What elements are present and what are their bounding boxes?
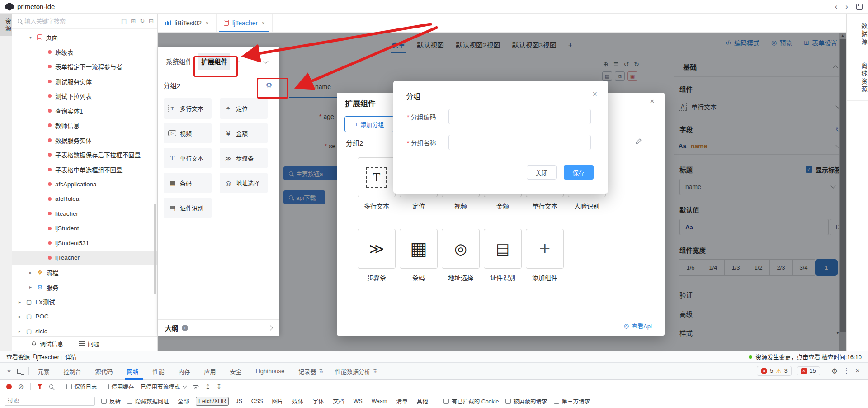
document-tab[interactable]: liBiTest02 × xyxy=(158,14,217,32)
hide-data-urls-checkbox[interactable]: 隐藏数据网址 xyxy=(127,397,169,405)
save-button[interactable]: 保存 xyxy=(564,165,594,180)
outline-footer[interactable]: 大纲 i xyxy=(158,319,279,336)
tab-system-components[interactable]: 系统组件 xyxy=(163,53,195,70)
right-strip-tab[interactable]: 离线资源 xyxy=(847,58,868,101)
import-har-icon[interactable]: ↥ xyxy=(205,383,210,390)
network-search-icon[interactable] xyxy=(49,384,53,389)
third-party-checkbox[interactable]: 第三方请求 xyxy=(554,397,590,405)
problems-button[interactable]: 问题 xyxy=(79,339,99,348)
network-conditions-icon[interactable] xyxy=(193,385,199,389)
tree-item[interactable]: ljStudent531 xyxy=(12,236,157,251)
tree-item[interactable]: 教师信息 xyxy=(12,118,157,133)
throttling-select[interactable]: 已停用节流模式 xyxy=(141,382,187,391)
tree-item[interactable]: afcApplicationa xyxy=(12,177,157,192)
tree-item[interactable]: liteacher xyxy=(12,206,157,221)
devtools-tab[interactable]: 记录器 ⚗ xyxy=(292,363,329,380)
device-toolbar-icon[interactable] xyxy=(17,369,23,374)
edit-pencil-icon[interactable] xyxy=(635,138,642,146)
tree-scrollbar[interactable] xyxy=(154,204,156,294)
tree-expand-icon[interactable]: ▾ xyxy=(28,35,33,40)
kebab-menu-icon[interactable]: ⋮ xyxy=(843,367,850,375)
tree-item[interactable]: ▸ ▢ POC xyxy=(12,309,157,324)
collapse-all-icon[interactable]: ⊟ xyxy=(149,18,154,24)
devtools-settings-gear-icon[interactable]: ⚙ xyxy=(831,367,838,375)
record-icon[interactable] xyxy=(6,384,12,389)
request-type-chip[interactable]: 文档 xyxy=(331,396,347,406)
component-item[interactable]: ▤ 证件识别 xyxy=(164,198,212,218)
component-item[interactable]: ¥ 金额 xyxy=(220,123,268,143)
view-api-link[interactable]: ◎ 查看Api xyxy=(624,322,652,330)
status-change-notice[interactable]: 资源发生变更，点击查看,检查时间:16:10 xyxy=(749,352,862,361)
tree-item[interactable]: 班级表 xyxy=(12,45,157,60)
tree-item[interactable]: ljStudent xyxy=(12,221,157,236)
tree-item[interactable]: afcRolea xyxy=(12,192,157,207)
component-item[interactable]: ▷ 视频 xyxy=(164,123,212,143)
save-icon[interactable] xyxy=(856,4,863,10)
network-filter-input[interactable] xyxy=(5,397,95,406)
devtools-tab[interactable]: 源代码 xyxy=(89,363,121,380)
disable-cache-checkbox[interactable]: 停用缓存 xyxy=(104,382,134,391)
tree-expand-icon[interactable]: ▸ xyxy=(17,329,23,334)
tree-item[interactable]: ▸ ❖ 流程 xyxy=(12,265,157,280)
devtools-tab[interactable]: 元素 xyxy=(32,363,57,380)
devtools-tab[interactable]: 安全 xyxy=(224,363,250,380)
add-group-button[interactable]: + 添加分组 xyxy=(344,116,394,132)
devtools-tab[interactable]: 控制台 xyxy=(57,363,89,380)
clear-icon[interactable]: ⊘ xyxy=(18,383,24,391)
devtools-tab[interactable]: 应用 xyxy=(198,363,224,380)
debug-info-button[interactable]: 调试信息 xyxy=(31,339,63,348)
component-tile[interactable]: T 多行文本 xyxy=(358,157,396,210)
filter-funnel-icon[interactable] xyxy=(37,384,43,389)
devtools-tab[interactable]: 性能数据分析 ⚗ xyxy=(329,363,383,380)
component-item[interactable]: T 多行文本 xyxy=(164,98,212,119)
component-tile[interactable]: + 添加组件 xyxy=(526,229,564,282)
tree-item[interactable]: 子表格中单选框组不回显 xyxy=(12,162,157,177)
tree-item[interactable]: 查询实体1 xyxy=(12,104,157,119)
component-tile[interactable]: ▦ 条码 xyxy=(400,229,438,282)
request-type-chip[interactable]: 图片 xyxy=(269,396,285,406)
tree-item[interactable]: ▸ ⚙ 服务 xyxy=(12,280,157,295)
tree-item[interactable]: ▸ ▢ LX测试 xyxy=(12,294,157,309)
close-icon[interactable]: × xyxy=(592,90,597,99)
locate-file-icon[interactable]: ▤ xyxy=(121,18,127,24)
devtools-close-icon[interactable]: × xyxy=(855,366,860,375)
nav-back-icon[interactable]: ‹ xyxy=(835,2,838,11)
component-item[interactable]: ▦ 条码 xyxy=(164,173,212,193)
component-item[interactable]: ≫ 步骤条 xyxy=(220,148,268,168)
request-type-chip[interactable]: 全部 xyxy=(175,396,191,406)
tree-item[interactable]: ▾ 页面 xyxy=(12,30,157,45)
console-errors-warnings-badge[interactable]: ✕ 5 ⚠ 3 xyxy=(757,366,791,376)
inspect-element-icon[interactable]: ⌖ xyxy=(4,367,14,375)
devtools-tab[interactable]: 性能 xyxy=(147,363,173,380)
tree-item[interactable]: 数据服务实体 xyxy=(12,133,157,148)
tree-item[interactable]: 测试服务实体 xyxy=(12,74,157,89)
refresh-icon[interactable]: ↻ xyxy=(140,18,145,24)
devtools-tab[interactable]: 网络 xyxy=(121,363,147,380)
request-type-chip[interactable]: Wasm xyxy=(369,397,390,405)
tree-item[interactable]: ▸ ▢ slclc xyxy=(12,324,157,336)
request-type-chip[interactable]: 清单 xyxy=(394,396,410,406)
export-har-icon[interactable]: ↧ xyxy=(217,383,222,390)
chevron-down-icon[interactable] xyxy=(263,58,268,63)
request-type-chip[interactable]: Fetch/XHR xyxy=(196,397,229,406)
component-tile[interactable]: ≫ 步骤条 xyxy=(358,229,396,282)
new-folder-icon[interactable]: ⊞ xyxy=(131,18,136,24)
request-type-chip[interactable]: JS xyxy=(233,397,245,405)
group-code-input[interactable] xyxy=(448,109,591,124)
component-tile[interactable]: ◎ 地址选择 xyxy=(442,229,480,282)
cancel-button[interactable]: 关闭 xyxy=(527,165,557,180)
close-icon[interactable]: × xyxy=(650,96,655,106)
tree-item[interactable]: ljTeacher xyxy=(12,251,157,266)
tree-item[interactable]: 子表格数据保存后下拉框不回显 xyxy=(12,147,157,162)
document-tab[interactable]: ljTeacher × xyxy=(217,14,273,32)
activity-tab-resources[interactable]: 资源 xyxy=(0,14,12,36)
component-item[interactable]: ⌖ 定位 xyxy=(220,98,268,119)
nav-forward-icon[interactable]: › xyxy=(845,2,848,11)
blocked-cookies-checkbox[interactable]: 有已拦截的 Cookie xyxy=(443,397,499,405)
invert-checkbox[interactable]: 反转 xyxy=(101,397,121,405)
issues-badge[interactable]: ✕ 15 xyxy=(797,366,820,375)
preserve-log-checkbox[interactable]: 保留日志 xyxy=(66,382,97,391)
tree-expand-icon[interactable]: ▸ xyxy=(28,270,33,275)
component-item[interactable]: ◎ 地址选择 xyxy=(220,173,268,193)
request-type-chip[interactable]: WS xyxy=(351,397,365,405)
